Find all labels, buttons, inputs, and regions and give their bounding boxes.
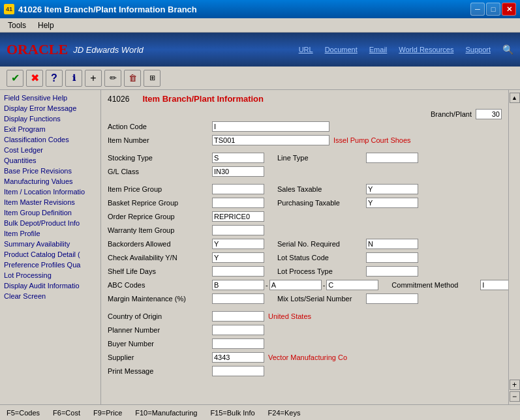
buyer-input[interactable] <box>212 338 264 349</box>
zoom-out-button[interactable]: − <box>510 391 520 402</box>
info-button[interactable]: ℹ <box>65 70 82 87</box>
scroll-up-button[interactable]: ▲ <box>510 93 520 103</box>
warranty-item-input[interactable] <box>212 225 264 235</box>
planner-input[interactable] <box>212 325 264 335</box>
search-icon[interactable]: 🔍 <box>502 44 513 55</box>
minimize-button[interactable]: ─ <box>470 3 485 16</box>
supplier-input[interactable] <box>212 352 264 363</box>
action-code-input[interactable] <box>212 121 329 132</box>
stocking-type-input[interactable] <box>212 153 264 163</box>
backorders-label: Backorders Allowed <box>108 240 212 248</box>
sidebar-item-lot-processing[interactable]: Lot Processing <box>0 270 100 280</box>
copy-button[interactable]: ⊞ <box>144 70 161 87</box>
delete-button[interactable]: 🗑 <box>124 70 141 87</box>
branch-plant-input[interactable] <box>476 109 502 119</box>
check-availability-input[interactable] <box>212 252 264 263</box>
help-button[interactable]: ? <box>46 70 63 87</box>
edit-button[interactable]: ✏ <box>104 70 121 87</box>
sidebar-item-cost-ledger[interactable]: Cost Ledger <box>0 145 100 155</box>
app-icon: 41 <box>4 4 14 14</box>
country-origin-label: Country of Origin <box>108 312 212 320</box>
sidebar-item-bulk-depot[interactable]: Bulk Depot/Product Info <box>0 218 100 228</box>
serial-no-input[interactable] <box>366 239 418 249</box>
nav-url[interactable]: URL <box>294 44 318 55</box>
nav-links: URL Document Email World Resources Suppo… <box>294 44 513 55</box>
form-title-row: 41026 Item Branch/Plant Information <box>108 94 502 104</box>
f10-manufacturing: F10=Manufacturing <box>135 409 197 417</box>
sidebar-item-preference-profiles[interactable]: Preference Profiles Qua <box>0 260 100 270</box>
nav-world-resources[interactable]: World Resources <box>393 44 459 55</box>
action-code-row: Action Code <box>108 121 502 132</box>
line-type-input[interactable] <box>366 153 418 163</box>
nav-email[interactable]: Email <box>364 44 393 55</box>
check-button[interactable]: ✔ <box>7 70 23 87</box>
item-number-row: Item Number Issel Pump Court Shoes <box>108 134 502 146</box>
nav-support[interactable]: Support <box>460 44 496 55</box>
shelf-life-input[interactable] <box>212 266 264 277</box>
sales-taxable-group: Sales Taxable <box>277 184 502 194</box>
line-type-group: Line Type <box>277 153 502 163</box>
gl-class-row: G/L Class <box>108 166 502 177</box>
margin-row: Margin Maintenance (%) Mix Lots/Serial N… <box>108 293 502 305</box>
maximize-button[interactable]: □ <box>486 3 500 16</box>
sidebar-item-item-location[interactable]: Item / Location Informatio <box>0 187 100 197</box>
abc-code-3-input[interactable] <box>326 280 378 290</box>
stocking-type-label: Stocking Type <box>108 154 212 162</box>
cancel-button[interactable]: ✖ <box>26 70 43 87</box>
serial-no-group: Serial No. Required <box>277 239 502 249</box>
lot-status-group: Lot Status Code <box>277 252 502 263</box>
sidebar-item-display-audit[interactable]: Display Audit Informatio <box>0 280 100 291</box>
supplier-row: Supplier Vector Manufacturing Co <box>108 352 502 363</box>
menu-bar: Tools Help <box>0 18 520 33</box>
add-button[interactable]: + <box>85 70 102 87</box>
basket-reprice-label: Basket Reprice Group <box>108 199 212 207</box>
sidebar-item-item-group[interactable]: Item Group Definition <box>0 207 100 218</box>
print-message-row: Print Message <box>108 365 502 377</box>
line-type-label: Line Type <box>277 154 362 162</box>
sidebar-item-item-master[interactable]: Item Master Revisions <box>0 197 100 207</box>
f9-price: F9=Price <box>93 409 122 417</box>
form-area: 41026 Item Branch/Plant Information Bran… <box>101 90 508 404</box>
backorders-input[interactable] <box>212 239 264 249</box>
print-message-input[interactable] <box>212 366 264 376</box>
country-origin-input[interactable] <box>212 311 264 322</box>
sidebar-item-quantities[interactable]: Quantities <box>0 155 100 166</box>
sidebar-item-classification-codes[interactable]: Classification Codes <box>0 134 100 145</box>
item-number-input[interactable] <box>212 135 329 145</box>
lot-process-input[interactable] <box>366 266 418 277</box>
menu-tools[interactable]: Tools <box>3 20 31 31</box>
item-price-group-input[interactable] <box>212 184 264 194</box>
sidebar-item-item-profile[interactable]: Item Profile <box>0 228 100 239</box>
oracle-banner: ORACLE JD Edwards World URL Document Ema… <box>0 33 520 67</box>
zoom-in-button[interactable]: + <box>510 380 520 390</box>
abc-code-1-input[interactable] <box>212 280 264 290</box>
sales-taxable-input[interactable] <box>366 184 418 194</box>
purchasing-taxable-input[interactable] <box>366 198 418 208</box>
sidebar-item-base-price[interactable]: Base Price Revisions <box>0 166 100 176</box>
sidebar-item-exit-program[interactable]: Exit Program <box>0 124 100 134</box>
nav-document[interactable]: Document <box>320 44 363 55</box>
sidebar-item-product-catalog[interactable]: Product Catalog Detail ( <box>0 249 100 260</box>
mix-lots-input[interactable] <box>366 293 418 304</box>
sidebar-item-display-functions[interactable]: Display Functions <box>0 113 100 124</box>
margin-input[interactable] <box>212 293 264 304</box>
sidebar-item-field-sensitive-help[interactable]: Field Sensitive Help <box>0 93 100 103</box>
sidebar-item-summary-availability[interactable]: Summary Availability <box>0 239 100 249</box>
margin-label: Margin Maintenance (%) <box>108 295 212 303</box>
gl-class-input[interactable] <box>212 166 264 177</box>
serial-no-label: Serial No. Required <box>277 240 362 248</box>
basket-reprice-input[interactable] <box>212 198 264 208</box>
order-reprice-input[interactable] <box>212 211 264 222</box>
stocking-type-row: Stocking Type Line Type <box>108 152 502 164</box>
sidebar-item-manufacturing[interactable]: Manufacturing Values <box>0 176 100 187</box>
planner-label: Planner Number <box>108 326 212 334</box>
menu-help[interactable]: Help <box>33 20 59 31</box>
close-button[interactable]: ✕ <box>502 3 516 16</box>
commitment-method-input[interactable] <box>480 280 508 290</box>
sidebar-item-display-error[interactable]: Display Error Message <box>0 103 100 113</box>
sidebar-item-clear-screen[interactable]: Clear Screen <box>0 291 100 301</box>
lot-status-input[interactable] <box>366 252 418 263</box>
abc-code-2-input[interactable] <box>269 280 322 290</box>
sidebar: Field Sensitive Help Display Error Messa… <box>0 90 101 404</box>
mix-lots-label: Mix Lots/Serial Number <box>277 295 362 303</box>
